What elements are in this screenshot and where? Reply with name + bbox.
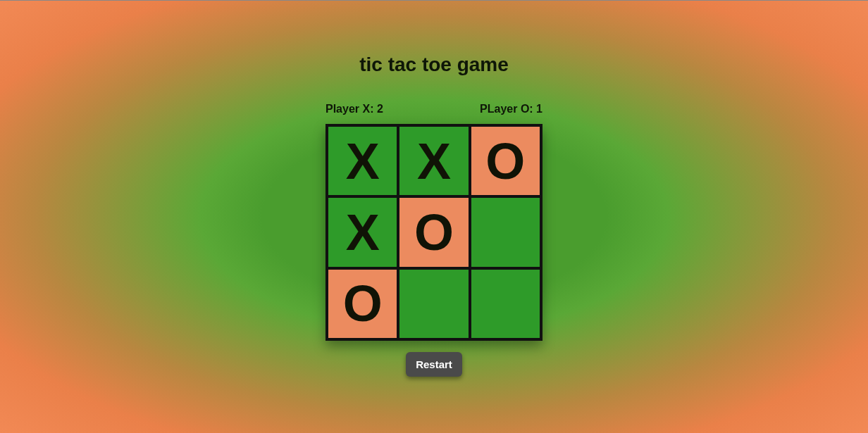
board-cell-7[interactable] <box>399 270 468 338</box>
board-cell-3[interactable]: X <box>328 198 397 266</box>
game-title: tic tac toe game <box>359 54 509 76</box>
score-player-o: PLayer O: 1 <box>480 103 542 115</box>
board-cell-1[interactable]: X <box>399 127 468 195</box>
board-cell-5[interactable] <box>471 198 540 266</box>
restart-button[interactable]: Restart <box>406 352 462 377</box>
score-player-x: Player X: 2 <box>326 103 383 115</box>
score-row: Player X: 2 PLayer O: 1 <box>326 103 542 115</box>
game-board: X X O X O O <box>326 124 542 341</box>
board-cell-2[interactable]: O <box>471 127 540 195</box>
board-cell-0[interactable]: X <box>328 127 397 195</box>
board-cell-6[interactable]: O <box>328 270 397 338</box>
board-cell-8[interactable] <box>471 270 540 338</box>
board-cell-4[interactable]: O <box>399 198 468 266</box>
